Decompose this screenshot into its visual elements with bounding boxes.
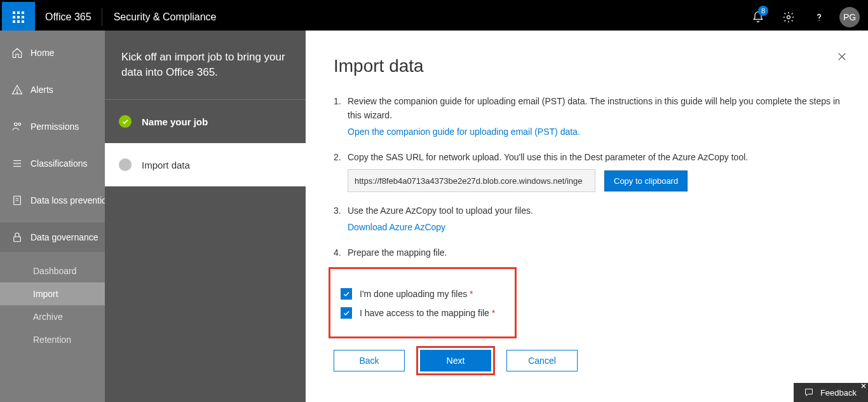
sas-url-input[interactable]: https://f8feb4a0713a4373be2e27d.blob.cor… <box>348 169 595 192</box>
svg-rect-0 <box>13 11 15 14</box>
step-number: 3. <box>334 204 344 234</box>
sidebar-item-alerts[interactable]: Alerts <box>0 75 105 104</box>
check-icon <box>119 115 132 128</box>
svg-point-14 <box>18 123 21 125</box>
sidebar-item-dlp[interactable]: Data loss prevention <box>0 186 105 215</box>
svg-rect-19 <box>14 237 21 242</box>
notification-badge: 8 <box>758 6 768 16</box>
companion-guide-link[interactable]: Open the companion guide for uploading e… <box>348 125 580 139</box>
confirmation-checkboxes: I'm done uploading my files * I have acc… <box>329 267 517 338</box>
help-button[interactable] <box>805 2 833 32</box>
svg-rect-7 <box>17 20 20 23</box>
help-icon <box>813 11 825 23</box>
classifications-icon <box>11 158 23 169</box>
done-uploading-checkbox[interactable] <box>341 288 352 300</box>
lock-icon <box>11 232 23 243</box>
sidebar-item-label: Data governance <box>31 232 98 242</box>
svg-rect-8 <box>22 20 24 23</box>
step3-text: Use the Azure AzCopy tool to upload your… <box>348 205 533 216</box>
next-button[interactable]: Next <box>420 350 491 371</box>
close-button[interactable] <box>836 51 848 65</box>
dlp-icon <box>11 195 23 206</box>
step-dot-icon <box>119 158 132 171</box>
svg-point-13 <box>15 123 18 126</box>
step2-text: Copy the SAS URL for network upload. You… <box>348 152 748 162</box>
sidebar-sub-retention[interactable]: Retention <box>0 328 105 351</box>
check-icon <box>342 290 350 298</box>
svg-point-9 <box>787 16 790 19</box>
permissions-icon <box>11 121 23 132</box>
feedback-button[interactable]: Feedback ✕ <box>794 383 868 402</box>
svg-rect-4 <box>17 16 20 18</box>
wizard-step-label: Name your job <box>142 116 208 127</box>
waffle-icon <box>13 11 24 23</box>
sidebar-sub-import[interactable]: Import <box>0 282 105 305</box>
gear-icon <box>782 11 795 24</box>
mapping-file-checkbox[interactable] <box>341 307 352 319</box>
sidebar-item-permissions[interactable]: Permissions <box>0 112 105 141</box>
sidebar-item-data-governance[interactable]: Data governance <box>0 223 105 252</box>
wizard-step-name-job[interactable]: Name your job <box>105 99 306 143</box>
wizard-steps-panel: Kick off an import job to bring your dat… <box>105 31 306 402</box>
sidebar-sub-archive[interactable]: Archive <box>0 305 105 328</box>
svg-rect-6 <box>13 20 15 23</box>
product-label[interactable]: Office 365 <box>35 11 102 23</box>
sidebar-item-label: Classifications <box>31 158 87 169</box>
cancel-button[interactable]: Cancel <box>506 350 578 371</box>
feedback-close-icon[interactable]: ✕ <box>860 382 867 391</box>
notifications-button[interactable]: 8 <box>744 2 772 32</box>
sidebar-item-classifications[interactable]: Classifications <box>0 149 105 178</box>
svg-rect-2 <box>22 11 24 14</box>
step1-text: Review the companion guide for uploading… <box>348 96 840 120</box>
sidebar-item-label: Home <box>31 48 54 58</box>
alert-icon <box>11 84 23 95</box>
sidebar-item-label: Alerts <box>31 85 53 95</box>
top-bar: Office 365 Security & Compliance 8 PG <box>2 2 866 32</box>
wizard-step-label: Import data <box>142 160 190 170</box>
sidebar-item-home[interactable]: Home <box>0 38 105 67</box>
step4-text: Prepare the mapping file. <box>348 247 447 258</box>
check-icon <box>342 309 350 317</box>
left-nav: Home Alerts Permissions Classifications … <box>0 31 105 402</box>
sidebar-sub-dashboard[interactable]: Dashboard <box>0 260 105 282</box>
main-content: Import data 1. Review the companion guid… <box>306 31 868 402</box>
speech-bubble-icon <box>804 387 814 398</box>
svg-rect-3 <box>13 16 15 18</box>
wizard-step-import-data[interactable]: Import data <box>105 143 306 186</box>
wizard-intro: Kick off an import job to bring your dat… <box>105 31 306 99</box>
suite-title: Security & Compliance <box>102 11 228 23</box>
step-number: 4. <box>334 246 344 260</box>
app-launcher[interactable] <box>2 2 35 32</box>
download-azcopy-link[interactable]: Download Azure AzCopy <box>348 220 445 234</box>
checkbox-label: I'm done uploading my files * <box>360 287 473 301</box>
close-icon <box>836 51 848 62</box>
page-title: Import data <box>334 56 840 76</box>
settings-button[interactable] <box>775 2 803 32</box>
copy-to-clipboard-button[interactable]: Copy to clipboard <box>604 170 688 191</box>
back-button[interactable]: Back <box>334 350 405 371</box>
step-number: 1. <box>334 94 344 139</box>
svg-rect-5 <box>22 16 24 18</box>
feedback-label: Feedback <box>820 388 857 398</box>
checkbox-label: I have access to the mapping file * <box>360 306 495 320</box>
sidebar-item-label: Data loss prevention <box>31 195 105 205</box>
svg-point-10 <box>818 20 820 22</box>
sidebar-item-label: Permissions <box>31 121 79 132</box>
avatar[interactable]: PG <box>839 7 860 27</box>
svg-point-12 <box>17 92 18 94</box>
home-icon <box>11 47 23 59</box>
step-number: 2. <box>334 150 344 192</box>
svg-rect-1 <box>17 11 20 14</box>
